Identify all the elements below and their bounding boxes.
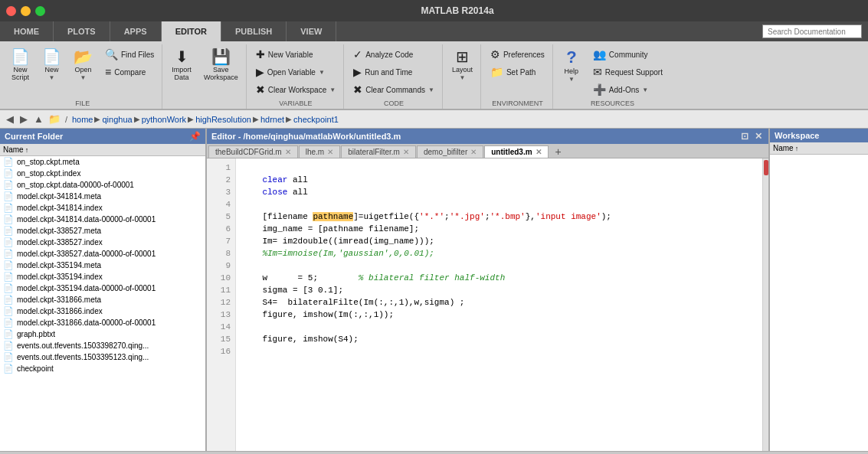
add-ons-button[interactable]: ➕ Add-Ons ▼ [588,81,667,98]
list-item[interactable]: model.ckpt-338527.index [0,237,205,248]
new-variable-button[interactable]: ✚ New Variable [251,46,340,63]
code-line-13: figure, imshow(Im(:,:,1)); [242,309,756,321]
list-item[interactable]: model.ckpt-338527.data-00000-of-00001 [0,248,205,260]
add-tab-button[interactable]: + [552,145,565,158]
find-files-icon: 🔍 [105,48,118,60]
open-variable-arrow: ▼ [319,69,325,76]
left-panel: Current Folder 📌 Name ↑ on_stop.ckpt.met… [0,129,207,451]
tab-editor[interactable]: EDITOR [162,21,221,41]
back-button[interactable]: ◀ [5,113,15,125]
preferences-label: Preferences [503,51,545,59]
breadcrumb-pythonwork[interactable]: pythonWork [142,115,187,124]
new-button[interactable]: 📄 New▼ [38,46,66,84]
tab-close-2[interactable]: ✕ [403,148,409,156]
list-item[interactable]: events.out.tfevents.1503395123.qing... [0,351,205,363]
clear-commands-button[interactable]: ✖ Clear Commands ▼ [349,81,439,98]
ribbon-group-code: ✓ Analyze Code ▶ Run and Time ✖ Clear Co… [346,44,443,109]
list-item[interactable]: checkpoint [0,363,205,374]
breadcrumb-home[interactable]: home [72,115,93,124]
tab-home[interactable]: HOME [0,21,54,41]
code-line-14 [242,321,756,333]
help-button[interactable]: ? Help▼ [558,46,585,86]
breadcrumb-checkpoint1[interactable]: checkpoint1 [293,115,339,124]
list-item[interactable]: model.ckpt-331866.index [0,305,205,317]
preferences-icon: ⚙ [490,48,500,60]
tab-view[interactable]: VIEW [287,21,336,41]
up-button[interactable]: ▲ [32,113,45,125]
editor-undock-icon[interactable]: ⊡ [739,131,750,142]
new-label: New▼ [44,66,58,81]
editor-tab-0[interactable]: theBuildCDFGrid.m ✕ [208,145,298,158]
breadcrumb-qinghua[interactable]: qinghua [102,115,132,124]
analyze-label: Analyze Code [365,51,413,59]
ribbon-res-items: ? Help▼ 👥 Community ✉ Request Support ➕ … [558,46,667,98]
search-box [756,21,868,41]
save-workspace-button[interactable]: 💾 SaveWorkspace [199,46,243,84]
open-button[interactable]: 📂 Open▼ [69,46,97,84]
tab-close-0[interactable]: ✕ [285,148,291,156]
ribbon-group-file: 📄 NewScript 📄 New▼ 📂 Open▼ 🔍 Find Files … [3,44,162,109]
list-item[interactable]: on_stop.ckpt.meta [0,156,205,168]
tab-apps[interactable]: APPS [110,21,162,41]
list-item[interactable]: model.ckpt-331866.data-00000-of-00001 [0,317,205,328]
community-button[interactable]: 👥 Community [588,46,667,63]
list-item[interactable]: model.ckpt-335194.data-00000-of-00001 [0,283,205,294]
line-num-15: 15 [213,333,231,345]
clear-workspace-button[interactable]: ✖ Clear Workspace ▼ [251,81,340,98]
layout-button[interactable]: ⊞ Layout▼ [447,46,477,84]
list-item[interactable]: model.ckpt-338527.meta [0,225,205,237]
file-icon [3,214,14,224]
list-item[interactable]: model.ckpt-331866.meta [0,294,205,305]
main-area: Current Folder 📌 Name ↑ on_stop.ckpt.met… [0,129,868,451]
editor-panel: Editor - /home/qinghua/matlabWork/untitl… [207,129,768,451]
editor-tab-1[interactable]: lhe.m ✕ [299,145,340,158]
tab-close-1[interactable]: ✕ [327,148,333,156]
file-icon [3,191,14,201]
forward-button[interactable]: ▶ [18,113,29,125]
code-editor[interactable]: clear all close all [filename pathname]=… [236,158,762,451]
list-item[interactable]: model.ckpt-341814.meta [0,191,205,202]
tab-close-3[interactable]: ✕ [470,148,477,156]
set-path-button[interactable]: 📁 Set Path [486,64,549,80]
search-input[interactable] [762,24,862,38]
tab-plots[interactable]: PLOTS [54,21,110,41]
compare-button[interactable]: ≡ Compare [100,64,159,80]
ribbon: 📄 NewScript 📄 New▼ 📂 Open▼ 🔍 Find Files … [0,41,868,110]
editor-tab-2[interactable]: bilateralFilter.m ✕ [341,145,416,158]
list-item[interactable]: events.out.tfevents.1503398270.qing... [0,340,205,351]
list-item[interactable]: model.ckpt-335194.index [0,271,205,283]
request-support-button[interactable]: ✉ Request Support [588,64,667,80]
community-icon: 👥 [593,48,606,60]
editor-tab-4[interactable]: untitled3.m ✕ [484,145,548,158]
list-item[interactable]: model.ckpt-341814.data-00000-of-00001 [0,214,205,225]
compare-label: Compare [114,68,146,77]
breadcrumb-hdrnet[interactable]: hdrnet [260,115,284,124]
list-item[interactable]: model.ckpt-335194.meta [0,260,205,271]
close-button[interactable] [6,6,16,16]
line-num-1: 1 [213,162,231,174]
tab-publish[interactable]: PUBLISH [221,21,287,41]
minimize-button[interactable] [21,6,31,16]
line-num-8: 8 [213,247,231,260]
list-item[interactable]: model.ckpt-341814.index [0,202,205,214]
run-time-button[interactable]: ▶ Run and Time [349,64,439,80]
list-item[interactable]: on_stop.ckpt.data-00000-of-00001 [0,179,205,191]
tab-close-4[interactable]: ✕ [536,148,542,156]
new-script-button[interactable]: 📄 NewScript [6,46,34,84]
editor-close-icon[interactable]: ✕ [753,131,764,142]
open-variable-button[interactable]: ▶ Open Variable ▼ [251,64,340,80]
editor-tab-3[interactable]: demo_bifilter ✕ [417,145,483,158]
set-path-icon: 📁 [490,66,503,78]
editor-tabs: theBuildCDFGrid.m ✕ lhe.m ✕ bilateralFil… [207,144,768,158]
editor-scrollbar[interactable] [762,158,768,451]
list-item[interactable]: graph.pbtxt [0,328,205,340]
import-data-button[interactable]: ⬇ ImportData [167,46,196,84]
find-files-button[interactable]: 🔍 Find Files [100,46,159,63]
code-line-11: sigma = [3 0.1]; [242,284,756,296]
preferences-button[interactable]: ⚙ Preferences [486,46,549,63]
analyze-code-button[interactable]: ✓ Analyze Code [349,46,439,63]
breadcrumb-highresolution[interactable]: highResolution [195,115,251,124]
panel-pin-icon[interactable]: 📌 [189,131,201,142]
maximize-button[interactable] [35,6,45,16]
list-item[interactable]: on_stop.ckpt.index [0,168,205,179]
